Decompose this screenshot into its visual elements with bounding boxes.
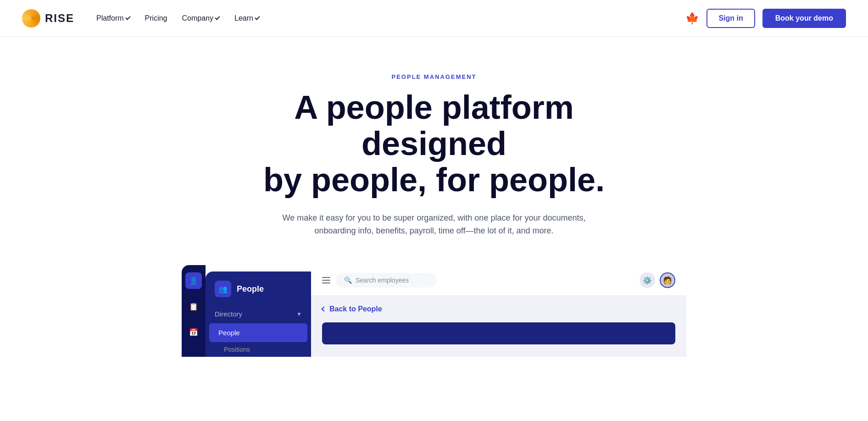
blue-content-bar xyxy=(322,322,675,344)
logo-text: RISE xyxy=(45,12,74,25)
user-avatar[interactable]: 🧑 xyxy=(660,272,675,288)
people-avatar-icon: 👥 xyxy=(218,285,228,294)
main-content-area: 🔍 Search employees ⚙️ 🧑 Back to People xyxy=(311,265,686,357)
hamburger-line xyxy=(322,280,330,281)
chevron-down-icon xyxy=(215,15,220,20)
main-content: Back to People xyxy=(311,296,686,354)
demo-button[interactable]: Book your demo xyxy=(762,9,846,28)
sidebar-icons-column: 👤 📋 📅 xyxy=(182,265,206,357)
hero-subtitle: We make it easy for you to be super orga… xyxy=(278,211,590,238)
preview-outer: 👤 📋 📅 👥 People Directory ▼ People Positi… xyxy=(182,265,686,357)
app-preview: 👤 📋 📅 👥 People Directory ▼ People Positi… xyxy=(0,265,868,357)
sidebar-item-people[interactable]: People xyxy=(209,323,307,342)
signin-button[interactable]: Sign in xyxy=(707,9,755,28)
hero-title: A people platform designed by people, fo… xyxy=(263,89,605,199)
sidebar-icon-calendar[interactable]: 📅 xyxy=(185,324,202,340)
logo-icon xyxy=(22,9,40,28)
sidebar-item-directory[interactable]: Directory ▼ xyxy=(206,305,311,323)
sidebar-icon-people[interactable]: 👤 xyxy=(185,272,202,289)
nav-right: 🍁 Sign in Book your demo xyxy=(685,9,846,28)
back-chevron-icon xyxy=(321,306,326,311)
sidebar-icon-contacts[interactable]: 📋 xyxy=(185,298,202,315)
hero-section: PEOPLE MANAGEMENT A people platform desi… xyxy=(0,37,868,265)
navbar: RISE Platform Pricing Company Learn 🍁 Si… xyxy=(0,0,868,37)
chevron-down-icon xyxy=(125,15,130,20)
nav-left: RISE Platform Pricing Company Learn xyxy=(22,9,265,28)
search-placeholder: Search employees xyxy=(356,277,409,284)
hamburger-icon[interactable] xyxy=(322,277,330,283)
search-input[interactable]: 🔍 Search employees xyxy=(336,273,437,288)
search-area: 🔍 Search employees xyxy=(322,273,437,288)
hero-eyebrow: PEOPLE MANAGEMENT xyxy=(392,73,477,80)
sidebar-avatar: 👥 xyxy=(215,281,231,297)
sidebar-title: People xyxy=(237,284,264,294)
chevron-down-icon xyxy=(255,15,260,20)
nav-platform[interactable]: Platform xyxy=(91,11,136,26)
nav-learn[interactable]: Learn xyxy=(229,11,265,26)
search-icon: 🔍 xyxy=(344,277,352,284)
settings-icon[interactable]: ⚙️ xyxy=(640,272,655,288)
nav-links: Platform Pricing Company Learn xyxy=(91,11,265,26)
sidebar: 👥 People Directory ▼ People Positions xyxy=(206,271,311,357)
back-to-people-link[interactable]: Back to People xyxy=(322,305,675,313)
logo[interactable]: RISE xyxy=(22,9,74,28)
sidebar-item-positions[interactable]: Positions xyxy=(206,342,311,357)
hamburger-line xyxy=(322,277,330,278)
sidebar-header: 👥 People xyxy=(206,271,311,305)
chevron-down-icon: ▼ xyxy=(296,311,302,317)
nav-pricing[interactable]: Pricing xyxy=(139,11,173,26)
flag-icon: 🍁 xyxy=(685,12,699,25)
topbar-right: ⚙️ 🧑 xyxy=(640,272,675,288)
hamburger-line xyxy=(322,283,330,283)
main-topbar: 🔍 Search employees ⚙️ 🧑 xyxy=(311,265,686,296)
nav-company[interactable]: Company xyxy=(177,11,225,26)
